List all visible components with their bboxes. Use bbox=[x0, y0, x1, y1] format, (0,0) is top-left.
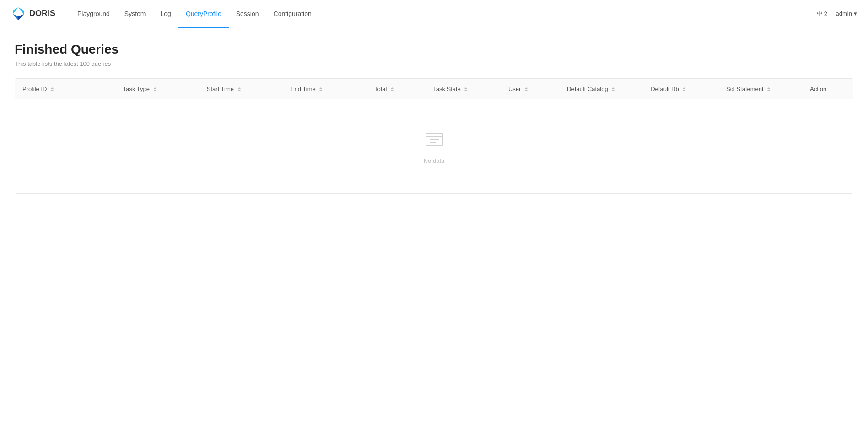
col-header-default-db[interactable]: Default Db bbox=[643, 79, 719, 99]
main-content: Finished Queries This table lists the la… bbox=[0, 27, 868, 194]
nav-links: Playground System Log QueryProfile Sessi… bbox=[70, 0, 817, 27]
sort-icon-task-state bbox=[464, 87, 468, 91]
svg-marker-4 bbox=[18, 14, 24, 20]
sort-icon-default-db bbox=[682, 87, 686, 91]
empty-text: No data bbox=[424, 157, 445, 164]
sort-icon-end-time bbox=[319, 87, 323, 91]
col-header-total[interactable]: Total bbox=[367, 79, 426, 99]
svg-marker-1 bbox=[13, 7, 18, 14]
col-header-task-state[interactable]: Task State bbox=[426, 79, 501, 99]
svg-marker-3 bbox=[13, 14, 18, 20]
nav-item-session[interactable]: Session bbox=[229, 0, 266, 28]
nav-item-queryprofile[interactable]: QueryProfile bbox=[178, 0, 229, 28]
svg-marker-0 bbox=[18, 7, 24, 14]
table-container: Profile ID Task Type bbox=[15, 78, 853, 194]
empty-state-row: No data bbox=[15, 99, 853, 194]
user-menu[interactable]: admin ▾ bbox=[836, 10, 857, 17]
sort-icon-total bbox=[390, 87, 394, 91]
nav-item-log[interactable]: Log bbox=[153, 0, 178, 28]
user-dropdown-icon: ▾ bbox=[854, 10, 857, 17]
page-title: Finished Queries bbox=[15, 42, 853, 57]
page-subtitle: This table lists the latest 100 queries bbox=[15, 60, 853, 67]
doris-logo-icon bbox=[11, 6, 26, 21]
user-name: admin bbox=[836, 10, 852, 17]
language-switcher[interactable]: 中文 bbox=[817, 10, 829, 18]
queries-table: Profile ID Task Type bbox=[15, 79, 853, 193]
logo-text: DORIS bbox=[29, 9, 55, 18]
navbar: DORIS Playground System Log QueryProfile… bbox=[0, 0, 868, 27]
sort-icon-sql-statement bbox=[767, 87, 771, 91]
nav-item-configuration[interactable]: Configuration bbox=[266, 0, 319, 28]
col-header-task-type[interactable]: Task Type bbox=[116, 79, 199, 99]
sort-icon-start-time bbox=[237, 87, 241, 91]
col-header-end-time[interactable]: End Time bbox=[283, 79, 367, 99]
sort-icon-task-type bbox=[153, 87, 157, 91]
sort-icon-default-catalog bbox=[611, 87, 615, 91]
empty-state: No data bbox=[15, 99, 853, 193]
nav-item-system[interactable]: System bbox=[117, 0, 153, 28]
table-header-row: Profile ID Task Type bbox=[15, 79, 853, 99]
col-header-action[interactable]: Action bbox=[803, 79, 817, 99]
no-data-icon bbox=[423, 129, 445, 152]
nav-right: 中文 admin ▾ bbox=[817, 10, 857, 18]
col-header-user[interactable]: User bbox=[501, 79, 560, 99]
svg-rect-7 bbox=[426, 133, 442, 137]
col-header-start-time[interactable]: Start Time bbox=[199, 79, 283, 99]
col-header-default-catalog[interactable]: Default Catalog bbox=[560, 79, 643, 99]
sort-icon-user bbox=[524, 87, 528, 91]
col-header-profile-id[interactable]: Profile ID bbox=[15, 79, 116, 99]
logo-area: DORIS bbox=[11, 6, 55, 21]
sort-icon-profile-id bbox=[50, 87, 54, 91]
nav-item-playground[interactable]: Playground bbox=[70, 0, 117, 28]
col-header-sql-statement[interactable]: Sql Statement bbox=[719, 79, 803, 99]
empty-state-cell: No data bbox=[15, 99, 853, 194]
table-body: No data bbox=[15, 99, 853, 194]
